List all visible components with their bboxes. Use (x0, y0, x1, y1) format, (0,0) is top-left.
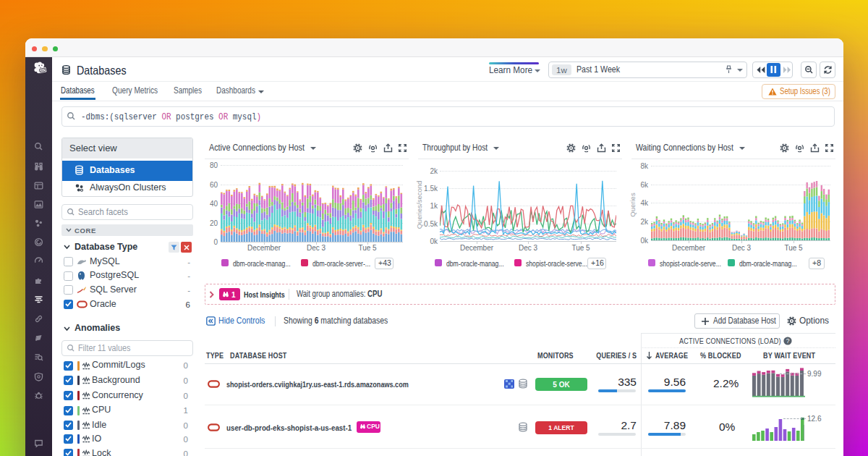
svg-text:?: ? (786, 337, 790, 344)
